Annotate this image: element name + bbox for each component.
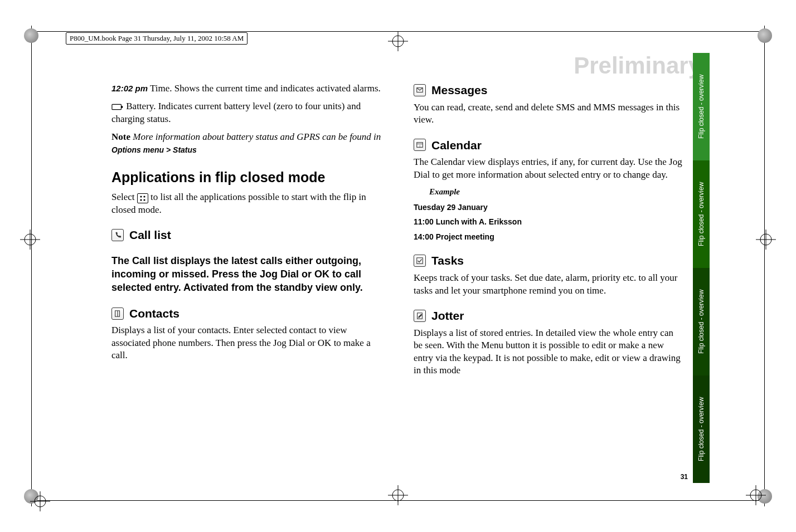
- battery-icon: [111, 103, 124, 111]
- svg-rect-28: [417, 258, 423, 264]
- side-tab: Flip closed - overview: [693, 268, 710, 375]
- example-line-2: 11:00 Lunch with A. Eriksson: [414, 217, 685, 227]
- select-text-b: to list all the applications possible to…: [111, 192, 366, 214]
- registration-mark-icon: [749, 20, 780, 51]
- call-list-heading: Call list: [111, 227, 382, 243]
- time-label: 12:02 pm: [111, 84, 148, 93]
- messages-icon: [414, 84, 426, 96]
- side-tab: Flip closed - overview: [693, 53, 710, 160]
- note-text: More information about battery status an…: [130, 131, 381, 142]
- time-paragraph: 12:02 pm Time. Shows the current time an…: [111, 82, 382, 95]
- calendar-body: The Calendar view displays entries, if a…: [414, 156, 685, 181]
- app-grid-icon: [137, 193, 148, 203]
- svg-point-21: [143, 196, 145, 198]
- call-list-icon: [111, 229, 124, 241]
- tasks-heading: Tasks: [414, 253, 685, 269]
- tasks-icon: [414, 255, 426, 267]
- watermark-text: Preliminary: [574, 52, 701, 79]
- messages-heading: Messages: [414, 82, 685, 98]
- tasks-title: Tasks: [431, 253, 464, 269]
- time-text: Time. Shows the current time and indicat…: [148, 83, 381, 94]
- page-number: 31: [681, 473, 688, 481]
- crosshair-icon: [19, 228, 41, 251]
- example-line-1: Tuesday 29 January: [414, 202, 685, 212]
- running-header: P800_UM.book Page 31 Thursday, July 11, …: [66, 32, 247, 45]
- registration-mark-icon: [16, 20, 47, 51]
- jotter-icon: [414, 310, 426, 322]
- crosshair-icon: [29, 490, 51, 513]
- jotter-body: Displays a list of stored entries. In de…: [414, 327, 685, 377]
- call-list-title: Call list: [129, 227, 171, 243]
- battery-paragraph: Battery. Indicates current battery level…: [111, 100, 382, 125]
- applications-heading: Applications in flip closed mode: [111, 168, 382, 187]
- crosshair-icon: [387, 30, 409, 52]
- jotter-heading: Jotter: [414, 308, 685, 324]
- calendar-heading: 1 Calendar: [414, 138, 685, 153]
- crosshair-icon: [755, 228, 777, 251]
- messages-title: Messages: [431, 82, 487, 98]
- svg-rect-19: [121, 106, 123, 109]
- messages-body: You can read, create, send and delete SM…: [414, 101, 685, 126]
- right-column: Messages You can read, create, send and …: [414, 82, 685, 454]
- calendar-title: Calendar: [431, 138, 482, 153]
- note-paragraph: Note More information about battery stat…: [111, 131, 382, 156]
- page-content: 12:02 pm Time. Shows the current time an…: [111, 82, 685, 454]
- contacts-heading: Contacts: [111, 306, 382, 321]
- note-label: Note: [111, 131, 130, 142]
- select-paragraph: Select to list all the applications poss…: [111, 191, 382, 216]
- left-column: 12:02 pm Time. Shows the current time an…: [111, 82, 382, 454]
- example-label: Example: [414, 187, 685, 198]
- svg-point-20: [140, 196, 142, 198]
- example-line-3: 14:00 Project meeting: [414, 232, 685, 242]
- crosshair-icon: [387, 484, 409, 506]
- battery-text: Battery. Indicates current battery level…: [111, 101, 361, 124]
- side-tabs: Flip closed - overview Flip closed - ove…: [693, 53, 710, 483]
- tasks-body: Keeps track of your tasks. Set due date,…: [414, 272, 685, 297]
- call-list-body: The Call list displays the latest calls …: [111, 254, 382, 295]
- svg-text:1: 1: [419, 144, 421, 148]
- select-text-a: Select: [111, 192, 137, 202]
- svg-point-23: [143, 199, 145, 201]
- side-tab: Flip closed - overview: [693, 160, 710, 268]
- menu-path: Options menu > Status: [111, 145, 197, 154]
- contacts-icon: [111, 308, 124, 320]
- side-tab: Flip closed - overview: [693, 375, 710, 483]
- svg-rect-18: [112, 105, 122, 110]
- contacts-title: Contacts: [129, 306, 179, 321]
- crosshair-icon: [745, 484, 767, 506]
- calendar-icon: 1: [414, 139, 426, 151]
- svg-point-22: [140, 199, 142, 201]
- contacts-body: Displays a list of your contacts. Enter …: [111, 324, 382, 362]
- jotter-title: Jotter: [431, 308, 464, 324]
